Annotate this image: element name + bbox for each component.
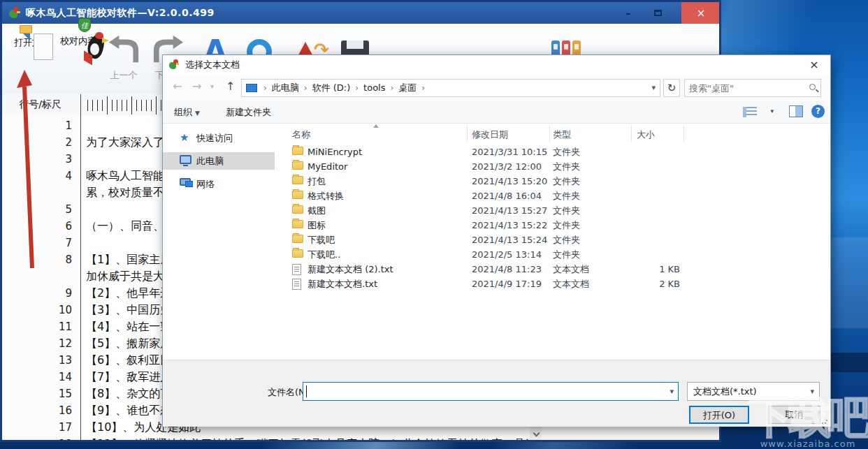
close-button[interactable]: ×	[681, 2, 721, 24]
file-name: 图标	[308, 218, 326, 233]
sidebar-item-quick-access[interactable]: ★快速访问	[163, 129, 275, 147]
file-type: 文件夹	[553, 203, 580, 218]
file-date: 2021/4/13 15:20	[472, 174, 547, 189]
folder-icon	[292, 205, 303, 214]
address-bar[interactable]: ›此电脑›软件 (D:)›tools›桌面› ▾	[241, 79, 660, 97]
line-number: 15	[2, 385, 72, 402]
sidebar-item-this-pc[interactable]: 此电脑	[163, 152, 275, 170]
text-caret	[306, 385, 307, 397]
breadcrumb-separator: ›	[389, 83, 396, 93]
file-row[interactable]: 图标2021/4/13 15:22文件夹	[278, 218, 830, 233]
resize-grip[interactable]	[821, 418, 828, 425]
file-date: 2021/4/9 17:19	[472, 277, 542, 291]
network-icon	[180, 178, 191, 186]
filetype-dropdown-icon: ▾	[810, 383, 814, 400]
file-name: 下载吧	[308, 233, 335, 247]
file-row[interactable]: 截图2021/4/13 15:27文件夹	[278, 203, 830, 218]
open-button[interactable]: 打开(O)	[689, 406, 749, 424]
breadcrumb-item[interactable]: 桌面	[396, 82, 419, 93]
help-button[interactable]: ?	[811, 105, 825, 118]
organize-button[interactable]: 组织▼	[174, 106, 200, 119]
line-number: 11	[2, 318, 72, 335]
breadcrumb-separator: ›	[302, 83, 310, 93]
scroll-down-icon[interactable]	[531, 429, 541, 440]
app-titlebar: 啄木鸟人工智能校对软件—V:2.0.0.499	[2, 2, 719, 24]
sidebar-item-label: 此电脑	[196, 152, 224, 170]
file-row[interactable]: 格式转换2021/4/8 16:04文件夹	[278, 189, 830, 203]
folder-icon	[292, 161, 303, 170]
file-type: 文件夹	[553, 174, 580, 189]
filename-dropdown-button[interactable]: ▾	[670, 387, 674, 396]
file-type: 文件夹	[553, 145, 580, 159]
file-name: 下载吧..	[308, 247, 340, 262]
breadcrumb-separator: ›	[419, 83, 427, 93]
back-button[interactable]: ←	[173, 80, 182, 93]
file-type: 文件夹	[553, 218, 580, 233]
filetype-value: 文档文档(*.txt)	[688, 386, 757, 397]
history-dropdown-button[interactable]: ▾	[210, 82, 214, 90]
file-size: 2 KB	[624, 277, 680, 291]
previous-label: 上一个	[106, 69, 142, 82]
line-number: 16	[2, 402, 72, 419]
file-date: 2021/4/13 15:22	[472, 218, 547, 233]
minimize-button[interactable]: –	[616, 2, 641, 24]
file-date: 2021/4/13 15:27	[472, 203, 547, 218]
column-header-type[interactable]: 类型	[553, 128, 571, 141]
line-number: 14	[2, 369, 72, 385]
sidebar-item-label: 快速访问	[196, 129, 233, 147]
filetype-select[interactable]: 文档文档(*.txt) ▾	[687, 382, 820, 401]
cancel-button[interactable]: 取消	[768, 406, 820, 424]
file-row[interactable]: 新建文本文档.txt2021/4/9 17:19文本文档2 KB	[278, 277, 830, 291]
column-header-date[interactable]: 修改日期	[472, 128, 508, 141]
file-list: 名称 修改日期 类型 大小 MiNiEncrypt2021/3/31 10:15…	[278, 124, 830, 360]
breadcrumb-item[interactable]: tools	[361, 82, 388, 93]
file-size: 1 KB	[624, 262, 680, 277]
sort-ascending-icon	[373, 124, 379, 128]
column-header-size[interactable]: 大小	[637, 128, 655, 141]
proofread-content-button[interactable]: 校对内容	[57, 32, 100, 47]
open-document-button[interactable]: 打开文档	[10, 34, 54, 49]
dialog-bottom-bar: 文件名(N): ▾ 文档文档(*.txt) ▾ 打开(O) 取消	[163, 360, 830, 427]
breadcrumb-separator: ›	[261, 83, 269, 93]
text-file-icon	[292, 264, 301, 275]
dialog-close-button[interactable]: ×	[798, 55, 830, 75]
text-file-icon	[292, 279, 301, 290]
file-date: 2021/2/5 13:14	[472, 247, 542, 262]
forward-button[interactable]: →	[192, 80, 201, 93]
search-input[interactable]	[689, 81, 801, 95]
breadcrumb-item[interactable]: 软件 (D:)	[310, 82, 354, 93]
file-row[interactable]: 新建文本文档 (2).txt2021/4/8 11:23文本文档1 KB	[278, 262, 830, 277]
dialog-navbar: ← → ▾ ↑ ›此电脑›软件 (D:)›tools›桌面› ▾ ↻	[163, 75, 830, 101]
column-header-name[interactable]: 名称	[292, 128, 310, 141]
sidebar-item-label: 网络	[196, 175, 215, 193]
breadcrumb-item[interactable]: 此电脑	[269, 82, 302, 93]
new-folder-button[interactable]: 新建文件夹	[226, 106, 271, 119]
file-row[interactable]: 下载吧..2021/2/5 13:14文件夹	[278, 247, 830, 262]
list-view-icon	[743, 107, 757, 117]
maximize-button[interactable]	[645, 2, 670, 24]
editor-line[interactable]: 18【11】、他紧紧地搀着四姨的手，嘴三加雷船飞山月应大院，匕儿个杜拾无枝的敬宓…	[2, 436, 530, 442]
dialog-titlebar: 选择文本文档	[163, 55, 830, 75]
folder-icon	[292, 235, 303, 243]
file-row[interactable]: 打包2021/4/13 15:20文件夹	[278, 174, 830, 189]
file-row[interactable]: MiNiEncrypt2021/3/31 10:15文件夹	[278, 145, 830, 159]
address-dropdown-button[interactable]: ▾	[651, 83, 656, 92]
file-date: 2021/4/13 15:24	[472, 233, 547, 247]
folder-icon	[292, 220, 303, 228]
file-date: 2021/3/2 12:00	[472, 159, 542, 174]
view-options-button[interactable]: ▾	[743, 106, 774, 119]
up-button[interactable]: ↑	[226, 80, 235, 93]
file-type: 文件夹	[553, 159, 580, 174]
file-row[interactable]: 下载吧2021/4/13 15:24文件夹	[278, 233, 830, 247]
computer-icon	[180, 155, 191, 164]
previous-button[interactable]: 上一个	[106, 34, 142, 82]
file-type: 文件夹	[553, 189, 580, 203]
refresh-button[interactable]: ↻	[663, 79, 680, 97]
sidebar-item-network[interactable]: 网络	[163, 175, 275, 193]
line-number: 12	[2, 335, 72, 352]
preview-pane-button[interactable]	[789, 105, 803, 117]
file-row[interactable]: MyEditor2021/3/2 12:00文件夹	[278, 159, 830, 174]
filename-input[interactable]: ▾	[303, 382, 679, 401]
breadcrumb: ›此电脑›软件 (D:)›tools›桌面›	[261, 82, 427, 94]
file-name: MyEditor	[308, 159, 347, 174]
